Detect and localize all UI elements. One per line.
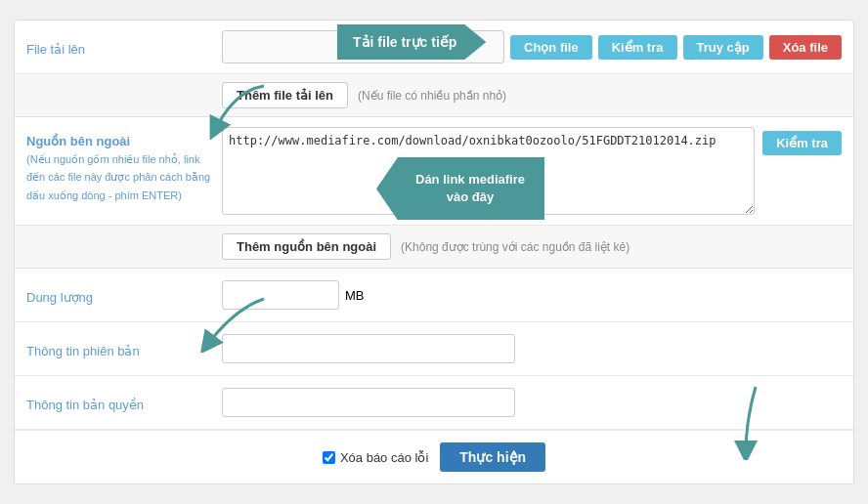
them-file-row: Thêm file tải lên (Nếu file có nhiều phầ… [15,74,853,117]
xoa-file-button[interactable]: Xóa file [769,35,842,60]
truy-cap-button[interactable]: Truy cập [683,35,763,60]
ban-quyen-input[interactable] [222,388,515,417]
kiem-tra-button-1[interactable]: Kiểm tra [598,35,677,60]
kiem-tra-button-2[interactable]: Kiểm tra [762,131,842,155]
them-nguon-row: Thêm nguồn bên ngoài (Không được trùng v… [15,226,853,269]
hint-nhieu-phan: (Nếu file có nhiều phần nhỏ) [358,89,506,103]
label-thong-tin-phien-ban: Thông tin phiên bản [26,337,222,360]
phien-ban-input[interactable] [222,334,515,363]
label-nguon-ben-ngoai: Nguồn bên ngoài (Nếu nguồn gồm nhiều fil… [26,127,222,204]
chon-file-button[interactable]: Chọn file [510,35,592,60]
source-url-input[interactable]: http://www.mediafire.com/download/oxnibk… [222,127,755,215]
thuc-hien-button[interactable]: Thực hiện [440,442,545,472]
them-file-tai-len-button[interactable]: Thêm file tải lên [222,82,348,108]
bottom-row: Xóa báo cáo lỗi Thực hiện [15,430,853,483]
mb-unit: MB [345,288,365,303]
hint-khong-trung: (Không được trùng với các nguồn đã liệt … [401,240,629,254]
xoa-bao-cao-loi-label[interactable]: Xóa báo cáo lỗi [323,450,428,465]
file-display-area [222,30,504,63]
label-dung-luong: Dung lượng [26,283,222,307]
xoa-bao-cao-loi-checkbox[interactable] [323,451,335,464]
label-thong-tin-ban-quyen: Thông tin bản quyền [26,391,222,414]
dung-luong-input[interactable] [222,280,339,310]
them-nguon-ben-ngoai-button[interactable]: Thêm nguồn bên ngoài [222,233,391,260]
label-file-tai-len: File tải lên [26,35,222,59]
